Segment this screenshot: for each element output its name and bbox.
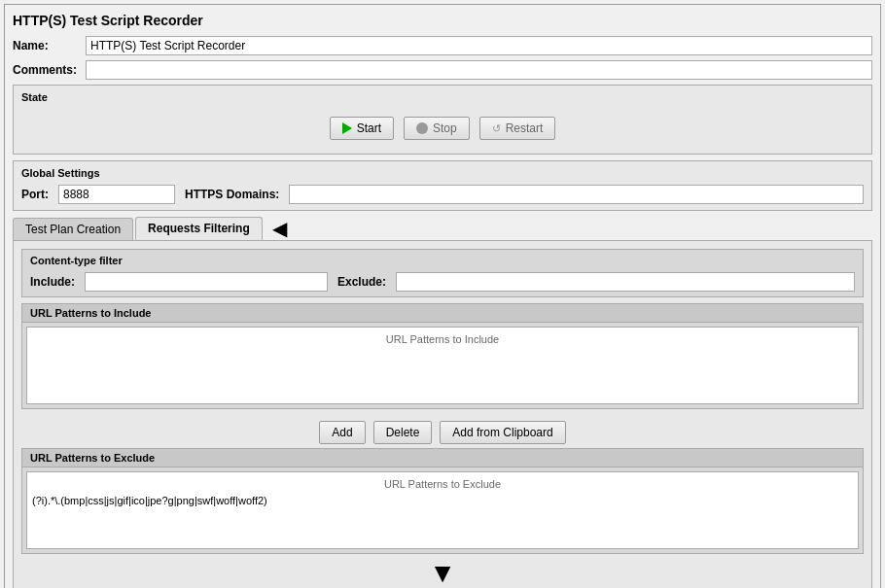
port-label: Port: (21, 188, 49, 201)
include-label: Include: (30, 275, 75, 289)
name-label: Name: (13, 39, 86, 52)
exclude-pattern-item: (?i).*\.(bmp|css|js|gif|ico|jpe?g|png|sw… (29, 494, 856, 507)
delete-include-button[interactable]: Delete (373, 421, 433, 444)
stop-icon (416, 122, 428, 134)
tab-requests-filtering[interactable]: Requests Filtering (135, 217, 263, 240)
url-patterns-include-header: URL Patterns to Include (22, 304, 863, 323)
exclude-input[interactable] (396, 272, 855, 292)
start-button[interactable]: Start (330, 117, 394, 140)
url-patterns-exclude-list: URL Patterns to Exclude (?i).*\.(bmp|css… (26, 471, 859, 549)
https-label: HTTPS Domains: (185, 188, 279, 201)
global-settings-title: Global Settings (21, 167, 864, 179)
stop-button[interactable]: Stop (404, 117, 470, 140)
port-input[interactable] (58, 185, 175, 204)
url-patterns-exclude-empty: URL Patterns to Exclude (29, 474, 856, 494)
url-patterns-include-empty: URL Patterns to Include (29, 329, 856, 349)
play-icon (342, 122, 352, 134)
restart-icon: ↺ (492, 122, 501, 135)
include-input[interactable] (85, 272, 328, 292)
active-tab-arrow: ◀ (272, 217, 287, 240)
add-from-clipboard-include-button[interactable]: Add from Clipboard (440, 421, 565, 444)
url-patterns-include-list: URL Patterns to Include (26, 327, 859, 404)
comments-input[interactable] (86, 60, 872, 80)
restart-button[interactable]: ↺ Restart (479, 117, 556, 140)
state-section-title: State (21, 91, 864, 103)
https-input[interactable] (289, 185, 864, 204)
arrow-down-icon: ▼ (429, 560, 456, 587)
content-type-filter-title: Content-type filter (30, 255, 855, 266)
tab-test-plan-creation[interactable]: Test Plan Creation (13, 218, 133, 240)
exclude-label: Exclude: (337, 275, 386, 289)
page-title: HTTP(S) Test Script Recorder (13, 13, 872, 28)
comments-label: Comments: (13, 63, 86, 77)
url-patterns-exclude-header: URL Patterns to Exclude (22, 449, 863, 467)
name-input[interactable] (86, 36, 872, 55)
add-include-button[interactable]: Add (319, 421, 365, 444)
